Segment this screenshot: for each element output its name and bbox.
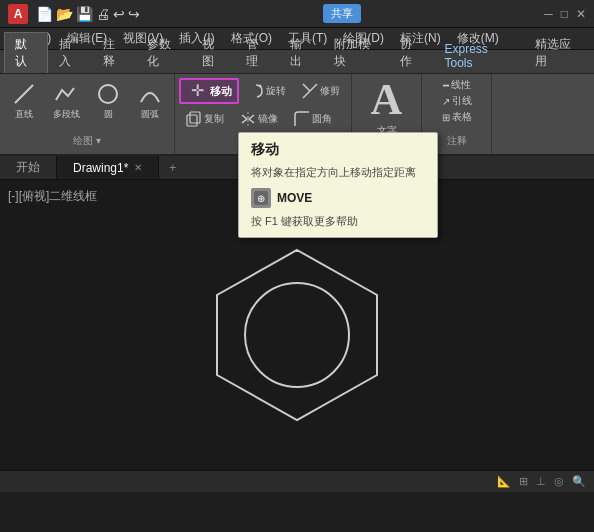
- tab-annotate[interactable]: 注释: [92, 32, 136, 73]
- app-icon: A: [8, 4, 28, 24]
- polyline-icon: [52, 80, 80, 108]
- tooltip-cmd-icon: ⊕: [251, 188, 271, 208]
- circle-label: 圆: [104, 108, 113, 121]
- tab-manage[interactable]: 管理: [235, 32, 279, 73]
- redo-icon[interactable]: ↪: [128, 6, 140, 22]
- line-label: 直线: [15, 108, 33, 121]
- tab-start-label: 开始: [16, 159, 40, 176]
- tooltip-help-text: 按 F1 键获取更多帮助: [251, 214, 425, 229]
- linetype-label: 线性: [451, 78, 471, 92]
- save-icon[interactable]: 💾: [76, 6, 93, 22]
- line-tool-btn[interactable]: 直线: [4, 78, 44, 123]
- mirror-tool-btn[interactable]: 镜像: [233, 106, 285, 132]
- copy-label: 复制: [204, 112, 224, 126]
- open-icon[interactable]: 📂: [56, 6, 73, 22]
- leader-icon: ↗: [442, 96, 450, 107]
- polar-button[interactable]: ◎: [554, 475, 564, 488]
- ortho-button[interactable]: ⊥: [536, 475, 546, 488]
- title-bar-middle: 共享: [140, 4, 544, 23]
- svg-marker-12: [217, 250, 377, 420]
- tooltip-description: 将对象在指定方向上移动指定距离: [251, 165, 425, 180]
- text-icon: A: [371, 78, 403, 124]
- tab-new-button[interactable]: +: [159, 156, 186, 179]
- maximize-button[interactable]: □: [561, 7, 568, 21]
- grid-button[interactable]: ⊞: [519, 475, 528, 488]
- move-label: 移动: [210, 84, 232, 99]
- tab-featured[interactable]: 精选应用: [524, 32, 590, 73]
- move-icon: ✛: [187, 81, 207, 101]
- status-bar: 📐 ⊞ ⊥ ◎ 🔍: [0, 470, 594, 492]
- ribbon-panel: 直线 多段线 圆 圆弧: [0, 74, 594, 156]
- svg-line-4: [303, 84, 310, 91]
- undo-icon[interactable]: ↩: [113, 6, 125, 22]
- svg-point-1: [99, 85, 117, 103]
- copy-icon: [186, 111, 202, 127]
- tab-collaborate[interactable]: 协作: [389, 32, 433, 73]
- share-button[interactable]: 共享: [323, 4, 361, 23]
- rotate-icon: [248, 83, 264, 99]
- tab-drawing1-close[interactable]: ✕: [134, 162, 142, 173]
- annotation-section-label: 注释: [447, 134, 467, 150]
- fillet-label: 圆角: [312, 112, 332, 126]
- tab-drawing1-label: Drawing1*: [73, 161, 128, 175]
- mirror-label: 镜像: [258, 112, 278, 126]
- tab-start[interactable]: 开始: [0, 156, 57, 179]
- snap-button[interactable]: 📐: [497, 475, 511, 488]
- trim-label: 修剪: [320, 84, 340, 98]
- title-bar: A 📄 📂 💾 🖨 ↩ ↪ 共享 ─ □ ✕: [0, 0, 594, 28]
- svg-rect-6: [190, 112, 200, 123]
- arc-tool-btn[interactable]: 圆弧: [130, 78, 170, 123]
- close-button[interactable]: ✕: [576, 7, 586, 21]
- tooltip-title: 移动: [251, 141, 425, 159]
- tab-default[interactable]: 默认: [4, 32, 48, 73]
- tab-addons[interactable]: 附加模块: [323, 32, 389, 73]
- zoom-button[interactable]: 🔍: [572, 475, 586, 488]
- svg-line-0: [15, 85, 33, 103]
- line-icon: [10, 80, 38, 108]
- fillet-tool-btn[interactable]: 圆角: [287, 106, 339, 132]
- trim-icon: [302, 83, 318, 99]
- tooltip-popup: 移动 将对象在指定方向上移动指定距离 ⊕ MOVE 按 F1 键获取更多帮助: [238, 132, 438, 238]
- tab-drawing1[interactable]: Drawing1* ✕: [57, 156, 159, 179]
- mirror-icon: [240, 111, 256, 127]
- svg-text:⊕: ⊕: [257, 193, 265, 204]
- view-label: [-][俯视]二维线框: [8, 188, 97, 205]
- tab-parametric[interactable]: 参数化: [136, 32, 191, 73]
- polyline-label: 多段线: [53, 108, 80, 121]
- draw-section-label: 绘图 ▾: [73, 134, 101, 150]
- rotate-label: 旋转: [266, 84, 286, 98]
- trim-tool-btn[interactable]: 修剪: [295, 78, 347, 104]
- polyline-tool-btn[interactable]: 多段线: [46, 78, 86, 123]
- circle-icon: [94, 80, 122, 108]
- linetype-icon: ━: [443, 80, 449, 91]
- rotate-tool-btn[interactable]: 旋转: [241, 78, 293, 104]
- move-tool-btn[interactable]: ✛ 移动: [179, 78, 239, 104]
- circle-tool-btn[interactable]: 圆: [88, 78, 128, 123]
- new-icon[interactable]: 📄: [36, 6, 53, 22]
- text-tool-btn[interactable]: A 文字: [369, 76, 405, 140]
- minimize-button[interactable]: ─: [544, 7, 553, 21]
- print-icon[interactable]: 🖨: [96, 6, 110, 22]
- svg-point-13: [245, 283, 349, 387]
- drawing-content: [192, 235, 402, 435]
- ribbon-tabs: 默认 插入 注释 参数化 视图 管理 输出 附加模块 协作 Express To…: [0, 50, 594, 74]
- tab-express-tools[interactable]: Express Tools: [433, 38, 523, 73]
- tab-view[interactable]: 视图: [191, 32, 235, 73]
- tooltip-command-text: MOVE: [277, 191, 312, 205]
- arc-icon: [136, 80, 164, 108]
- leader-label: 引线: [452, 94, 472, 108]
- svg-rect-5: [187, 115, 197, 126]
- svg-text:✛: ✛: [190, 82, 203, 99]
- table-icon: ⊞: [442, 112, 450, 123]
- tab-insert[interactable]: 插入: [48, 32, 92, 73]
- draw-section: 直线 多段线 圆 圆弧: [0, 74, 175, 154]
- arc-label: 圆弧: [141, 108, 159, 121]
- tab-output[interactable]: 输出: [279, 32, 323, 73]
- copy-tool-btn[interactable]: 复制: [179, 106, 231, 132]
- table-label: 表格: [452, 110, 472, 124]
- fillet-icon: [294, 111, 310, 127]
- title-bar-icons: A 📄 📂 💾 🖨 ↩ ↪: [8, 4, 140, 24]
- tooltip-command-row: ⊕ MOVE: [251, 188, 425, 208]
